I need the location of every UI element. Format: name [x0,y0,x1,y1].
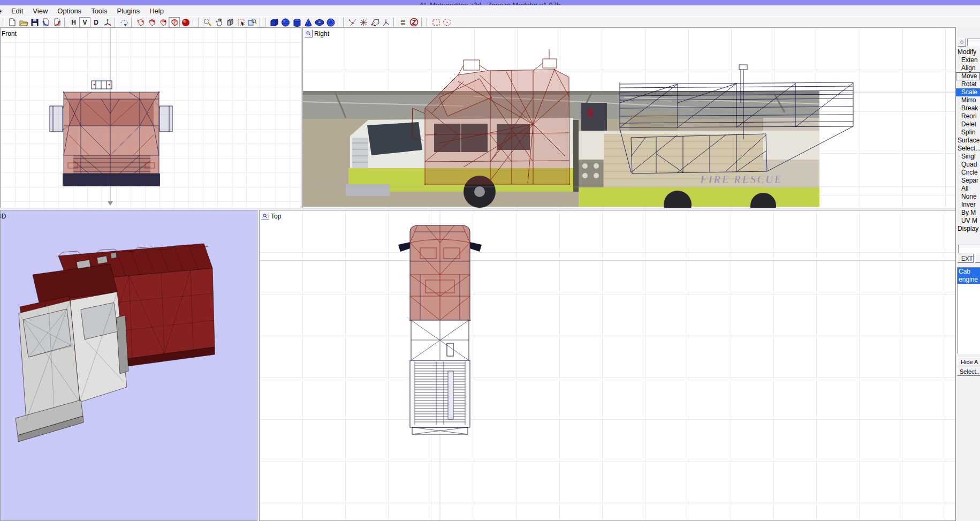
edges-mode-icon[interactable] [146,17,157,27]
viewport-right[interactable]: Right [302,27,956,208]
xyz-gizmo-icon[interactable] [102,17,113,27]
viewport-front-label[interactable]: Front [0,29,17,37]
tool-item-rotate[interactable]: Rotat [956,80,980,88]
material-sphere-icon[interactable] [180,17,191,27]
menu-item-help[interactable]: Help [145,6,169,16]
disable-z-icon[interactable]: Z [408,17,420,27]
tool-item-scale[interactable]: Scale [956,88,980,96]
window-title: AL Metropolitan.z3d - Zanoza Modeler v1.… [420,1,560,5]
tool-group-modify[interactable]: Modify [956,48,980,56]
zoom-region-icon[interactable] [247,17,258,27]
perspective-box-icon[interactable] [224,17,235,27]
toolbar-separator [338,18,340,27]
menu-item-view[interactable]: View [28,6,52,16]
toolbar-separator [421,18,423,27]
toolbar-separator [3,18,5,27]
new-document-icon[interactable] [6,17,18,27]
lasso-select-icon[interactable] [118,17,130,27]
sphere-primitive-icon[interactable] [280,17,291,27]
toolbar-separator [198,18,200,27]
tool-item-separate[interactable]: Separ [956,177,980,185]
attach-edges-icon[interactable] [381,17,392,27]
cube-primitive-icon[interactable] [269,17,280,27]
undo-icon[interactable] [40,17,51,27]
select-region-icon[interactable] [235,17,247,27]
tool-item-mirror[interactable]: Mirro [956,96,980,104]
vertices-mode-icon[interactable] [135,17,146,27]
geosphere-primitive-icon[interactable] [325,17,336,27]
tool-item-uv-mapper[interactable]: UV M [956,217,980,225]
tool-item-single[interactable]: Singl [956,153,980,161]
hide-all-button[interactable]: Hide A [957,357,980,366]
tool-item-move[interactable]: Move [956,72,980,80]
viewport-3d-label[interactable]: 3D [0,212,6,220]
objects-list[interactable]: Cab engine [957,267,980,354]
viewport-3d[interactable]: 3D [0,210,257,521]
select-button[interactable]: Select.. [957,367,980,376]
menu-item-options[interactable]: Options [52,6,86,16]
menu-item-edit[interactable]: Edit [6,6,28,16]
panel-combo-box[interactable] [958,245,980,253]
rect-select-icon[interactable] [430,17,442,27]
axis-d-button[interactable]: D [90,17,102,27]
ellipse-select-icon[interactable] [442,17,453,27]
torus-primitive-icon[interactable] [314,17,325,27]
menu-item-file[interactable]: File [0,6,6,16]
3d-view-canvas [1,210,257,520]
tool-item-circle[interactable]: Circle [956,169,980,177]
tool-item-break[interactable]: Break [956,104,980,112]
menu-item-plugins[interactable]: Plugins [112,6,145,16]
tool-item-quad[interactable]: Quad [956,161,980,169]
panel-collapse-icon[interactable]: ◇ [958,38,966,47]
tool-item-align[interactable]: Align [956,64,980,72]
toolbar-separator [265,18,267,27]
pan-icon[interactable] [213,17,224,27]
save-icon[interactable] [29,17,40,27]
tool-item-by-material[interactable]: By M [956,209,980,217]
viewport-top-label[interactable]: Top [261,212,281,220]
viewport-zoom-icon [261,212,269,220]
menu-item-tools[interactable]: Tools [86,6,112,16]
titlebar: AL Metropolitan.z3d - Zanoza Modeler v1.… [0,0,980,5]
objects-mode-icon[interactable] [169,17,180,27]
tool-item-invert[interactable]: Inver [956,201,980,209]
redo-icon[interactable] [51,17,63,27]
2d-3d-toggle-icon[interactable]: 2D3D [397,17,408,27]
tool-group-display[interactable]: Display [956,225,980,233]
tool-group-surface[interactable]: Surface [956,137,980,145]
top-view-canvas [260,210,955,520]
toolbar-separator [427,18,429,27]
axis-h-button[interactable]: H [68,17,79,27]
zoom-icon[interactable] [202,17,213,27]
tool-item-none[interactable]: None [956,193,980,201]
create-vertex-icon[interactable] [358,17,369,27]
photo-fire-rescue-text: FIRE RESCUE [700,173,783,185]
open-folder-icon[interactable] [18,17,29,27]
tool-item-all[interactable]: All [956,185,980,193]
viewport-zoom-icon [305,29,313,37]
toolbar-separator [193,18,195,27]
axis-v-button[interactable]: V [79,17,90,27]
cylinder-primitive-icon[interactable] [291,17,302,27]
weld-vertices-icon[interactable] [347,17,358,27]
object-item-cab[interactable]: Cab [958,268,980,276]
side-tool-panel: ◇ Modify Exten Align Move Rotat Scale Mi… [955,27,980,521]
tool-item-reorient[interactable]: Reori [956,112,980,120]
create-polygon-icon[interactable] [369,17,381,27]
tool-group-select[interactable]: Select... [956,145,980,153]
tool-item-spline[interactable]: Splin [956,129,980,137]
tool-item-extend[interactable]: Exten [956,56,980,64]
viewport-top[interactable]: Top [259,210,956,521]
tool-item-delete[interactable]: Delet [956,120,980,129]
viewport-right-label[interactable]: Right [305,29,329,37]
object-item-engine[interactable]: engine [958,276,980,284]
cone-primitive-icon[interactable] [302,17,314,27]
viewport-front[interactable]: Front [0,27,301,208]
toolbar-separator [393,18,396,27]
faces-mode-icon[interactable] [157,17,169,27]
panel-button-partial[interactable] [975,254,980,263]
right-view-canvas: FIRE RESCUE [303,28,955,208]
toolbar-separator [115,18,117,27]
panel-header-inset [967,39,980,46]
ext-button[interactable]: EXT [958,254,974,263]
